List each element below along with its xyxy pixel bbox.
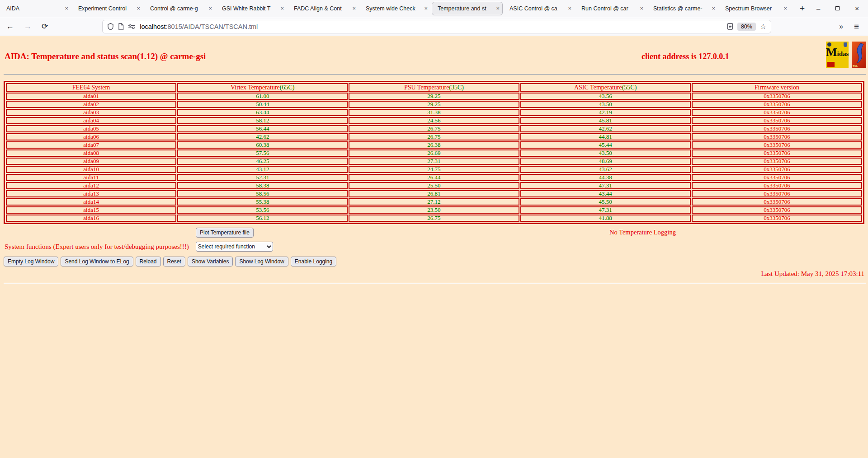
tab-close-icon[interactable]: × bbox=[424, 5, 428, 12]
firmware-version-cell: 0x3350706 bbox=[692, 198, 862, 206]
log-action-button[interactable]: Show Variables bbox=[188, 257, 233, 266]
log-action-button[interactable]: Reload bbox=[136, 257, 161, 266]
table-row: aida15 53.56 23.50 47.31 0x3350706 bbox=[6, 206, 862, 214]
table-row: aida03 63.44 31.38 42.19 0x3350706 bbox=[6, 109, 862, 116]
window-close-button[interactable]: × bbox=[855, 5, 859, 12]
midas-powered-by-badge bbox=[827, 62, 835, 67]
asic-temperature-cell: 45.81 bbox=[520, 117, 691, 124]
psu-temperature-cell: 31.38 bbox=[349, 109, 519, 116]
app-menu-icon[interactable]: ≡ bbox=[854, 22, 859, 32]
browser-tab[interactable]: System wide Check × bbox=[360, 2, 431, 15]
overflow-menu-icon[interactable]: » bbox=[839, 23, 842, 31]
tab-close-icon[interactable]: × bbox=[137, 5, 140, 12]
log-action-button[interactable]: Show Log Window bbox=[235, 257, 288, 266]
tab-close-icon[interactable]: × bbox=[65, 5, 68, 12]
url-bar[interactable]: localhost:8015/AIDA/TSCAN/TSCAN.tml 80% … bbox=[102, 20, 771, 33]
fee64-system-cell: aida10 bbox=[6, 166, 176, 173]
tcl-tk-logo[interactable]: TCL bbox=[852, 42, 866, 68]
reload-button[interactable]: ⟳ bbox=[42, 22, 48, 31]
browser-tab[interactable]: Experiment Control × bbox=[72, 2, 143, 15]
psu-temperature-cell: 25.50 bbox=[349, 182, 519, 189]
function-select[interactable]: Select required function bbox=[196, 242, 273, 252]
horizontal-rule-bottom bbox=[4, 283, 866, 284]
tab-close-icon[interactable]: × bbox=[280, 5, 284, 12]
back-button[interactable]: ← bbox=[6, 22, 14, 31]
virtex-temperature-cell: 58.12 bbox=[177, 117, 348, 124]
minimize-button[interactable]: – bbox=[816, 5, 820, 12]
last-updated-timestamp: Last Updated: May 31, 2025 17:03:11 bbox=[761, 270, 864, 278]
psu-temperature-cell: 23.50 bbox=[349, 206, 519, 214]
fee64-system-cell: aida08 bbox=[6, 150, 176, 157]
browser-tab[interactable]: ASIC Control @ ca × bbox=[504, 2, 575, 15]
fee64-system-cell: aida13 bbox=[6, 190, 176, 197]
tab-label: Control @ carme-g bbox=[150, 5, 207, 12]
bookmark-star-icon[interactable]: ☆ bbox=[760, 22, 766, 31]
firmware-version-cell: 0x3350706 bbox=[692, 190, 862, 197]
table-row: aida13 58.56 26.81 43.44 0x3350706 bbox=[6, 190, 862, 197]
browser-tab[interactable]: Run Control @ car × bbox=[576, 2, 646, 15]
tab-close-icon[interactable]: × bbox=[712, 5, 715, 12]
url-text[interactable]: localhost:8015/AIDA/TSCAN/TSCAN.tml bbox=[140, 23, 258, 30]
fee64-system-cell: aida15 bbox=[6, 206, 176, 214]
firmware-version-cell: 0x3350706 bbox=[692, 117, 862, 124]
site-permissions-icon[interactable] bbox=[128, 24, 136, 29]
tab-close-icon[interactable]: × bbox=[783, 5, 787, 12]
tab-close-icon[interactable]: × bbox=[568, 5, 571, 12]
browser-tab[interactable]: Statistics @ carme- × bbox=[647, 2, 718, 15]
shield-icon[interactable] bbox=[107, 23, 114, 30]
system-functions-label: System functions (Expert users only for … bbox=[5, 243, 189, 251]
virtex-temperature-cell: 56.44 bbox=[177, 125, 348, 132]
tab-close-icon[interactable]: × bbox=[496, 5, 500, 12]
navigation-toolbar: ← → ⟳ localhost:8015/AIDA/TSCAN/TSCAN.tm… bbox=[0, 17, 868, 36]
tab-strip: AIDA × Experiment Control × Control @ ca… bbox=[0, 0, 791, 17]
psu-temperature-cell: 29.25 bbox=[349, 101, 519, 108]
zoom-level-indicator[interactable]: 80% bbox=[737, 23, 756, 31]
table-row: aida02 50.44 29.25 43.50 0x3350706 bbox=[6, 101, 862, 108]
log-action-button[interactable]: Empty Log Window bbox=[4, 257, 58, 266]
log-action-button[interactable]: Send Log Window to ELog bbox=[61, 257, 133, 266]
asic-temperature-cell: 43.62 bbox=[520, 166, 691, 173]
tab-close-icon[interactable]: × bbox=[352, 5, 356, 12]
log-action-button[interactable]: Enable Logging bbox=[291, 257, 336, 266]
browser-tab[interactable]: Temperature and st × bbox=[432, 2, 503, 15]
asic-temperature-cell: 47.31 bbox=[520, 182, 691, 189]
table-row: aida05 56.44 26.75 42.62 0x3350706 bbox=[6, 125, 862, 132]
fee64-system-cell: aida16 bbox=[6, 215, 176, 222]
browser-tab[interactable]: Spectrum Browser × bbox=[719, 2, 790, 15]
browser-tab[interactable]: Control @ carme-g × bbox=[144, 2, 215, 15]
fee64-system-cell: aida09 bbox=[6, 158, 176, 165]
virtex-temperature-cell: 52.31 bbox=[177, 174, 348, 181]
midas-logo[interactable]: Midas bbox=[826, 42, 849, 68]
virtex-temperature-cell: 46.25 bbox=[177, 158, 348, 165]
firmware-version-cell: 0x3350706 bbox=[692, 93, 862, 100]
virtex-temperature-cell: 56.12 bbox=[177, 215, 348, 222]
column-header: Virtex Temperature(65C) bbox=[177, 83, 348, 92]
browser-tab[interactable]: FADC Align & Cont × bbox=[288, 2, 359, 15]
tab-close-icon[interactable]: × bbox=[208, 5, 212, 12]
new-tab-button[interactable]: + bbox=[797, 4, 807, 14]
psu-temperature-cell: 26.38 bbox=[349, 141, 519, 149]
table-row: aida09 46.25 27.31 48.69 0x3350706 bbox=[6, 158, 862, 165]
psu-temperature-cell: 27.31 bbox=[349, 158, 519, 165]
asic-temperature-cell: 47.31 bbox=[520, 206, 691, 214]
browser-tab[interactable]: AIDA × bbox=[0, 2, 71, 15]
log-action-button[interactable]: Reset bbox=[163, 257, 185, 266]
maximize-button[interactable] bbox=[835, 6, 840, 10]
reader-mode-icon[interactable] bbox=[727, 23, 733, 30]
plot-temperature-file-button[interactable]: Plot Temperature file bbox=[196, 228, 254, 238]
fee64-system-cell: aida06 bbox=[6, 133, 176, 140]
page-icon[interactable] bbox=[118, 23, 124, 30]
tab-close-icon[interactable]: × bbox=[640, 5, 643, 12]
page-title: AIDA: Temperature and status scan(1.12) … bbox=[5, 51, 206, 61]
psu-temperature-cell: 26.69 bbox=[349, 150, 519, 157]
virtex-temperature-cell: 55.38 bbox=[177, 198, 348, 206]
logo-group: Midas TCL bbox=[826, 42, 866, 68]
table-row: aida01 61.00 29.25 43.56 0x3350706 bbox=[6, 93, 862, 100]
forward-button[interactable]: → bbox=[24, 22, 32, 31]
tab-label: AIDA bbox=[6, 5, 63, 12]
browser-tab[interactable]: GSI White Rabbit T × bbox=[216, 2, 287, 15]
table-row: aida04 58.12 24.56 45.81 0x3350706 bbox=[6, 117, 862, 124]
asic-temperature-cell: 43.56 bbox=[520, 93, 691, 100]
fee64-system-cell: aida07 bbox=[6, 141, 176, 149]
psu-temperature-cell: 26.75 bbox=[349, 125, 519, 132]
